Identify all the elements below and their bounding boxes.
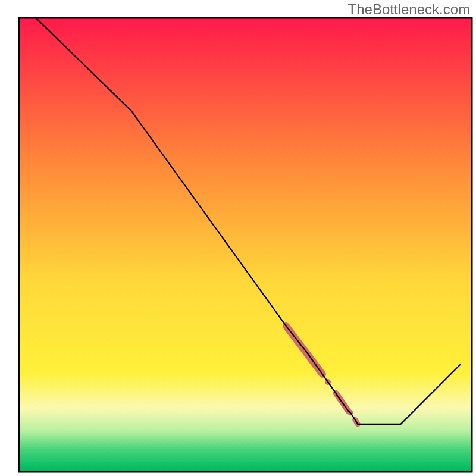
chart-container: TheBottleneck.com bbox=[0, 0, 476, 476]
plot-background bbox=[19, 18, 472, 472]
chart-svg bbox=[0, 0, 476, 476]
watermark-label: TheBottleneck.com bbox=[348, 1, 470, 18]
